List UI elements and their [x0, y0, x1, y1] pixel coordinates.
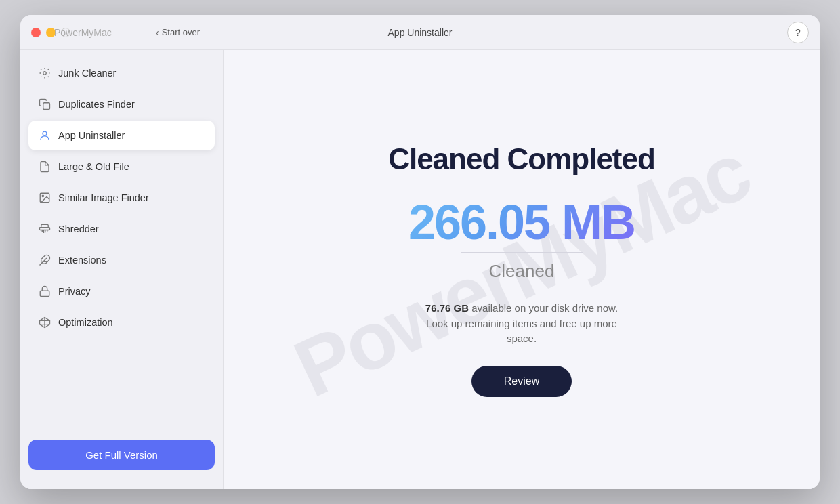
sidebar-item-label: App Uninstaller: [58, 130, 125, 141]
start-over-button[interactable]: ‹ Start over: [156, 27, 200, 38]
sidebar-item-label: Large & Old File: [58, 161, 129, 172]
sidebar-item-large-old-file[interactable]: Large & Old File: [28, 152, 215, 182]
puzzle-icon: [38, 253, 51, 267]
content-area: Junk Cleaner Duplicates Finder: [20, 50, 820, 489]
sidebar-item-extensions[interactable]: Extensions: [28, 245, 215, 275]
available-amount: 76.76 GB: [425, 302, 469, 314]
main-content: Cleaned Completed 266.05 MB Cleaned 76.7…: [388, 142, 655, 397]
file-icon: [38, 160, 51, 173]
svg-point-4: [42, 195, 43, 196]
sidebar-item-similar-image-finder[interactable]: Similar Image Finder: [28, 183, 215, 213]
help-button[interactable]: ?: [787, 22, 809, 43]
svg-point-0: [43, 72, 47, 75]
person-icon: [38, 129, 51, 142]
sidebar-item-app-uninstaller[interactable]: App Uninstaller: [28, 121, 215, 150]
cleaned-label: Cleaned: [489, 261, 555, 282]
svg-rect-8: [40, 291, 49, 296]
titlebar: PowerMyMac ‹ Start over App Uninstaller …: [20, 15, 820, 50]
cleaned-amount: 266.05 MB: [408, 198, 635, 247]
chevron-left-icon: ‹: [156, 27, 159, 38]
app-title: PowerMyMac: [54, 27, 112, 38]
window-title: App Uninstaller: [388, 27, 453, 38]
sidebar-item-junk-cleaner[interactable]: Junk Cleaner: [28, 58, 215, 88]
get-full-version-button[interactable]: Get Full Version: [28, 440, 215, 470]
svg-rect-5: [40, 228, 50, 230]
main-panel: PowerMyMac Cleaned Completed 266.05 MB C…: [224, 50, 820, 489]
sidebar-item-label: Duplicates Finder: [58, 99, 135, 110]
shredder-icon: [38, 222, 51, 236]
sidebar-item-label: Similar Image Finder: [58, 192, 149, 203]
sidebar-footer: Get Full Version: [20, 429, 223, 481]
review-button[interactable]: Review: [471, 366, 572, 397]
lock-icon: [38, 285, 51, 298]
cleaned-title: Cleaned Completed: [388, 142, 655, 176]
sidebar-item-optimization[interactable]: Optimization: [28, 308, 215, 337]
start-over-label: Start over: [162, 27, 200, 37]
help-label: ?: [795, 27, 801, 38]
sidebar-item-privacy[interactable]: Privacy: [28, 276, 215, 306]
close-button[interactable]: [31, 28, 41, 37]
svg-point-2: [43, 131, 47, 135]
diamond-icon: [38, 316, 51, 329]
sidebar: Junk Cleaner Duplicates Finder: [20, 50, 224, 489]
available-text: 76.76 GB available on your disk drive no…: [413, 301, 630, 347]
gear-icon: [38, 66, 51, 80]
sidebar-item-label: Shredder: [58, 224, 99, 234]
svg-rect-1: [43, 103, 50, 110]
divider: [461, 252, 583, 253]
sidebar-item-label: Privacy: [58, 286, 91, 297]
sidebar-item-label: Junk Cleaner: [58, 68, 116, 79]
sidebar-item-label: Extensions: [58, 255, 106, 266]
copy-icon: [38, 98, 51, 111]
sidebar-item-shredder[interactable]: Shredder: [28, 214, 215, 244]
app-window: PowerMyMac ‹ Start over App Uninstaller …: [20, 15, 820, 489]
sidebar-item-label: Optimization: [58, 317, 113, 328]
image-icon: [38, 191, 51, 205]
sidebar-item-duplicates-finder[interactable]: Duplicates Finder: [28, 89, 215, 119]
sidebar-items: Junk Cleaner Duplicates Finder: [20, 58, 223, 429]
